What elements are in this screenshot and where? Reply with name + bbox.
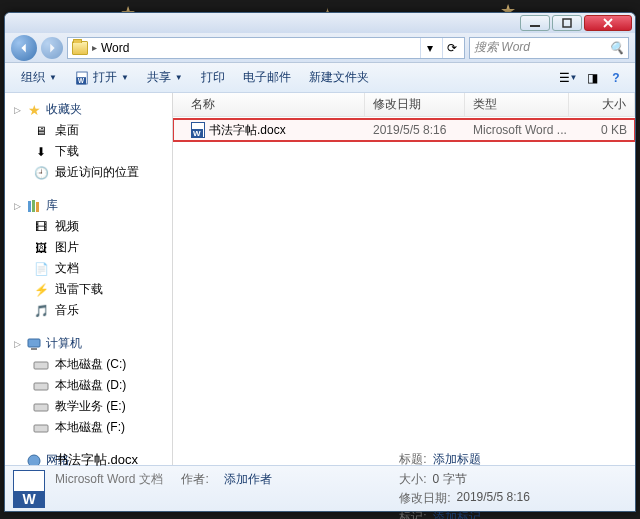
col-name[interactable]: 名称 bbox=[183, 93, 365, 116]
folder-icon bbox=[72, 41, 88, 55]
sidebar: ▷★收藏夹 🖥桌面 ⬇下载 🕘最近访问的位置 ▷库 🎞视频 🖼图片 📄文档 ⚡迅… bbox=[5, 93, 173, 465]
explorer-window: ▸ Word ▾ ⟳ 搜索 Word 🔍 组织▼ 打开▼ 共享▼ 打印 电子邮件… bbox=[4, 12, 636, 512]
svg-rect-8 bbox=[34, 383, 48, 390]
sidebar-item-thunder[interactable]: ⚡迅雷下载 bbox=[5, 279, 172, 300]
svg-rect-7 bbox=[34, 362, 48, 369]
maximize-button[interactable] bbox=[552, 15, 582, 31]
new-folder-button[interactable]: 新建文件夹 bbox=[301, 65, 377, 90]
library-icon bbox=[26, 198, 42, 214]
file-size: 0 KB bbox=[569, 123, 635, 137]
drive-icon bbox=[33, 399, 49, 415]
svg-point-11 bbox=[28, 455, 40, 466]
refresh-button[interactable]: ⟳ bbox=[442, 38, 460, 58]
picture-icon: 🖼 bbox=[33, 240, 49, 256]
sidebar-drive-e[interactable]: 教学业务 (E:) bbox=[5, 396, 172, 417]
open-menu[interactable]: 打开▼ bbox=[67, 65, 137, 90]
back-button[interactable] bbox=[11, 35, 37, 61]
drive-icon bbox=[33, 378, 49, 394]
chevron-right-icon: ▸ bbox=[92, 42, 97, 53]
sidebar-drive-f[interactable]: 本地磁盘 (F:) bbox=[5, 417, 172, 438]
recent-icon: 🕘 bbox=[33, 165, 49, 181]
svg-rect-0 bbox=[530, 25, 540, 27]
word-doc-large-icon bbox=[13, 470, 45, 508]
computer-icon bbox=[26, 336, 42, 352]
sidebar-item-downloads[interactable]: ⬇下载 bbox=[5, 141, 172, 162]
download-icon: ⬇ bbox=[33, 144, 49, 160]
sidebar-item-videos[interactable]: 🎞视频 bbox=[5, 216, 172, 237]
col-date[interactable]: 修改日期 bbox=[365, 93, 465, 116]
path-dropdown[interactable]: ▾ bbox=[420, 38, 438, 58]
preview-pane-button[interactable]: ◨ bbox=[581, 67, 603, 89]
details-size: 0 字节 bbox=[433, 471, 467, 488]
help-button[interactable]: ? bbox=[605, 67, 627, 89]
sidebar-item-pictures[interactable]: 🖼图片 bbox=[5, 237, 172, 258]
sidebar-drive-d[interactable]: 本地磁盘 (D:) bbox=[5, 375, 172, 396]
file-date: 2019/5/5 8:16 bbox=[365, 123, 465, 137]
svg-rect-10 bbox=[34, 425, 48, 432]
email-button[interactable]: 电子邮件 bbox=[235, 65, 299, 90]
search-input[interactable]: 搜索 Word 🔍 bbox=[469, 37, 629, 59]
details-modified: 2019/5/5 8:16 bbox=[457, 490, 530, 507]
drive-icon bbox=[33, 420, 49, 436]
desktop-icon: 🖥 bbox=[33, 123, 49, 139]
view-options-button[interactable]: ☰▼ bbox=[557, 67, 579, 89]
sidebar-drive-c[interactable]: 本地磁盘 (C:) bbox=[5, 354, 172, 375]
details-filename: 书法字帖.docx bbox=[55, 451, 369, 469]
share-menu[interactable]: 共享▼ bbox=[139, 65, 191, 90]
minimize-button[interactable] bbox=[520, 15, 550, 31]
document-icon: 📄 bbox=[33, 261, 49, 277]
titlebar bbox=[5, 13, 635, 33]
close-button[interactable] bbox=[584, 15, 632, 31]
path-segment: Word bbox=[101, 41, 129, 55]
sidebar-item-desktop[interactable]: 🖥桌面 bbox=[5, 120, 172, 141]
svg-rect-4 bbox=[36, 202, 39, 212]
search-icon: 🔍 bbox=[609, 41, 624, 55]
sidebar-item-recent[interactable]: 🕘最近访问的位置 bbox=[5, 162, 172, 183]
svg-rect-9 bbox=[34, 404, 48, 411]
file-type: Microsoft Word ... bbox=[465, 123, 569, 137]
word-doc-icon bbox=[191, 122, 205, 138]
file-name: 书法字帖.docx bbox=[209, 122, 286, 139]
file-row[interactable]: 书法字帖.docx 2019/5/5 8:16 Microsoft Word .… bbox=[173, 119, 635, 141]
toolbar: 组织▼ 打开▼ 共享▼ 打印 电子邮件 新建文件夹 ☰▼ ◨ ? bbox=[5, 63, 635, 93]
star-icon: ★ bbox=[26, 102, 42, 118]
col-size[interactable]: 大小 bbox=[569, 93, 635, 116]
details-title[interactable]: 添加标题 bbox=[433, 451, 481, 469]
sidebar-item-documents[interactable]: 📄文档 bbox=[5, 258, 172, 279]
organize-menu[interactable]: 组织▼ bbox=[13, 65, 65, 90]
details-author[interactable]: 添加作者 bbox=[224, 471, 272, 488]
details-filetype: Microsoft Word 文档 bbox=[55, 471, 163, 488]
video-icon: 🎞 bbox=[33, 219, 49, 235]
nav-row: ▸ Word ▾ ⟳ 搜索 Word 🔍 bbox=[5, 33, 635, 63]
print-button[interactable]: 打印 bbox=[193, 65, 233, 90]
svg-rect-2 bbox=[28, 201, 31, 212]
address-bar[interactable]: ▸ Word ▾ ⟳ bbox=[67, 37, 465, 59]
details-tags[interactable]: 添加标记 bbox=[433, 509, 481, 519]
svg-rect-5 bbox=[28, 339, 40, 347]
details-pane: 书法字帖.docx 标题:添加标题 Microsoft Word 文档 作者: … bbox=[5, 465, 635, 511]
thunder-icon: ⚡ bbox=[33, 282, 49, 298]
network-icon bbox=[26, 453, 42, 466]
file-list-pane: 名称 修改日期 类型 大小 书法字帖.docx 2019/5/5 8:16 Mi… bbox=[173, 93, 635, 465]
sidebar-computer[interactable]: ▷计算机 bbox=[5, 333, 172, 354]
forward-button[interactable] bbox=[41, 37, 63, 59]
sidebar-favorites[interactable]: ▷★收藏夹 bbox=[5, 99, 172, 120]
svg-rect-1 bbox=[563, 19, 571, 27]
col-type[interactable]: 类型 bbox=[465, 93, 569, 116]
sidebar-item-music[interactable]: 🎵音乐 bbox=[5, 300, 172, 321]
music-icon: 🎵 bbox=[33, 303, 49, 319]
drive-icon bbox=[33, 357, 49, 373]
column-headers: 名称 修改日期 类型 大小 bbox=[173, 93, 635, 117]
sidebar-libraries[interactable]: ▷库 bbox=[5, 195, 172, 216]
svg-rect-6 bbox=[31, 348, 37, 350]
search-placeholder: 搜索 Word bbox=[474, 39, 530, 56]
svg-rect-3 bbox=[32, 200, 35, 212]
